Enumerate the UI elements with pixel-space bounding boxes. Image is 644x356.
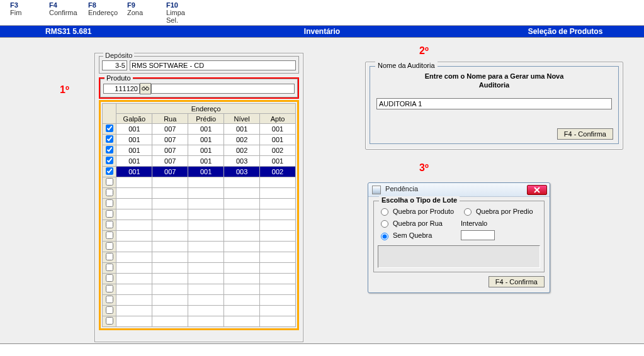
table-row-empty xyxy=(103,177,296,188)
row-checkbox[interactable] xyxy=(106,264,113,271)
produto-group: Produto xyxy=(100,79,298,97)
table-row[interactable]: 001007001003002 xyxy=(103,167,296,177)
table-row-empty xyxy=(103,316,296,327)
search-icon[interactable] xyxy=(140,83,151,94)
auditoria-instruction: Entre com o Nome para a Gerar uma Nova A… xyxy=(370,67,618,89)
cell: 002 xyxy=(260,145,296,156)
row-checkbox[interactable] xyxy=(106,221,113,228)
auditoria-panel: Nome da Auditoria Entre com o Nome para … xyxy=(365,62,623,150)
module-title: Inventário xyxy=(157,26,487,37)
cell: 001 xyxy=(116,156,152,167)
work-area: 1º 2º 3º Depósito Produto xyxy=(0,37,644,344)
cell: 001 xyxy=(116,135,152,145)
table-row-empty xyxy=(103,252,296,263)
table-row-empty xyxy=(103,231,296,242)
cell: 001 xyxy=(224,124,260,135)
row-checkbox[interactable] xyxy=(106,296,113,303)
produtos-panel: Depósito Produto xyxy=(94,53,303,342)
intervalo-input[interactable] xyxy=(461,230,495,240)
row-checkbox[interactable] xyxy=(106,146,113,153)
pendencia-titlebar[interactable]: Pendência xyxy=(368,183,550,197)
row-checkbox[interactable] xyxy=(106,253,113,260)
auditoria-confirm-button[interactable]: F4 - Confirma xyxy=(557,128,613,140)
row-checkbox[interactable] xyxy=(106,231,113,239)
fkey-f8[interactable]: F8Endereço xyxy=(81,1,120,24)
fkey-f10[interactable]: F10Limpa Sel. xyxy=(159,1,198,24)
row-checkbox[interactable] xyxy=(106,317,113,325)
radio-sem-quebra[interactable]: Sem Quebra xyxy=(378,231,457,240)
row-checkbox-cell[interactable] xyxy=(103,124,116,135)
cell: 007 xyxy=(152,135,188,145)
table-row-empty xyxy=(103,188,296,199)
produto-title: Produto xyxy=(105,74,133,82)
row-checkbox[interactable] xyxy=(106,285,113,292)
col-rua: Rua xyxy=(152,114,188,124)
table-check-header xyxy=(103,104,116,124)
table-row-empty xyxy=(103,242,296,252)
callout-2: 2º xyxy=(419,45,429,57)
svg-point-0 xyxy=(142,87,145,91)
fkey-code: F10 xyxy=(166,1,198,9)
table-row[interactable]: 001007001002002 xyxy=(103,145,296,156)
auditoria-group: Nome da Auditoria Entre com o Nome para … xyxy=(370,66,619,144)
table-row[interactable]: 001007001002001 xyxy=(103,135,296,145)
row-checkbox-cell[interactable] xyxy=(103,145,116,156)
cell: 001 xyxy=(116,145,152,156)
cell: 001 xyxy=(260,135,296,145)
close-icon[interactable] xyxy=(527,185,547,195)
cell: 002 xyxy=(260,167,296,177)
deposito-group: Depósito xyxy=(99,56,299,74)
deposito-name-input[interactable] xyxy=(130,60,296,70)
fkey-f9[interactable]: F9Zona xyxy=(120,1,159,24)
deposito-code-input[interactable] xyxy=(102,60,127,70)
row-checkbox[interactable] xyxy=(106,125,113,132)
row-checkbox[interactable] xyxy=(106,242,113,250)
endereco-highlight: Endereço GalpãoRuaPrédioNívelApto 001007… xyxy=(99,100,299,330)
cell: 007 xyxy=(152,156,188,167)
fkey-code: F4 xyxy=(49,1,81,9)
cell: 001 xyxy=(260,124,296,135)
row-checkbox[interactable] xyxy=(106,306,113,314)
row-checkbox[interactable] xyxy=(106,210,113,218)
table-row[interactable]: 001007001003001 xyxy=(103,156,296,167)
cell: 007 xyxy=(152,167,188,177)
fkey-f3[interactable]: F3Fim xyxy=(3,1,42,24)
table-row-empty xyxy=(103,274,296,284)
radio-quebra-predio[interactable]: Quebra por Predio xyxy=(461,206,540,216)
row-checkbox[interactable] xyxy=(106,199,113,207)
fkey-code: F8 xyxy=(88,1,120,9)
cell: 001 xyxy=(116,167,152,177)
app-title-bar: RMS31 5.681 Inventário Seleção de Produt… xyxy=(0,26,644,37)
row-checkbox-cell[interactable] xyxy=(103,156,116,167)
table-row-empty xyxy=(103,306,296,316)
fkey-label: Zona xyxy=(127,9,159,16)
row-checkbox-cell[interactable] xyxy=(103,167,116,177)
app-version: RMS31 5.681 xyxy=(0,26,157,37)
produto-code-input[interactable] xyxy=(103,84,140,94)
table-row[interactable]: 001007001001001 xyxy=(103,124,296,135)
screen-title: Seleção de Produtos xyxy=(487,26,644,37)
cell: 001 xyxy=(188,156,224,167)
row-checkbox-cell[interactable] xyxy=(103,135,116,145)
radio-quebra-rua[interactable]: Quebra por Rua xyxy=(378,218,457,228)
cell: 001 xyxy=(188,145,224,156)
fkey-f4[interactable]: F4Confirma xyxy=(42,1,81,24)
cell: 002 xyxy=(224,145,260,156)
tipo-lote-title: Escolha o Tipo de Lote xyxy=(379,196,460,204)
pendencia-list xyxy=(378,245,540,268)
row-checkbox[interactable] xyxy=(106,135,113,143)
radio-quebra-produto[interactable]: Quebra por Produto xyxy=(378,206,457,216)
cell: 003 xyxy=(224,167,260,177)
pendencia-window: Pendência Escolha o Tipo de Lote Quebra … xyxy=(368,182,550,293)
row-checkbox[interactable] xyxy=(106,157,113,164)
pendencia-confirm-button[interactable]: F4 - Confirma xyxy=(489,276,545,287)
auditoria-name-input[interactable] xyxy=(376,98,612,109)
row-checkbox[interactable] xyxy=(106,178,113,186)
produto-name-input[interactable] xyxy=(151,84,295,94)
row-checkbox[interactable] xyxy=(106,167,113,175)
svg-point-1 xyxy=(146,87,149,91)
row-checkbox[interactable] xyxy=(106,274,113,282)
row-checkbox[interactable] xyxy=(106,189,113,196)
fkey-label: Confirma xyxy=(49,9,81,16)
table-row-empty xyxy=(103,263,296,274)
